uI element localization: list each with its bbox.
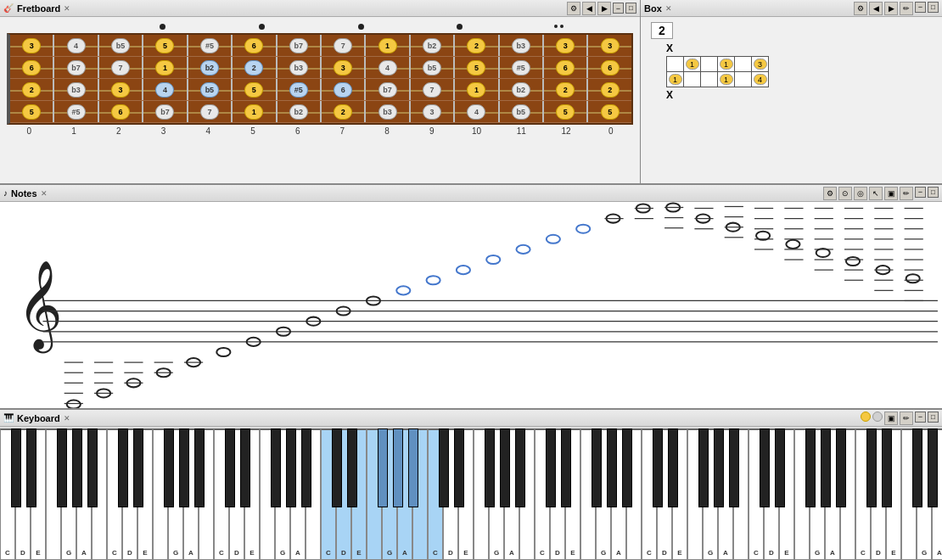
black-key-G#9[interactable] — [928, 428, 938, 507]
black-key-D#6[interactable] — [561, 428, 571, 507]
note-badge: 4 — [67, 38, 86, 53]
notes-tb-lasso[interactable]: ⊙ — [838, 187, 852, 200]
octave: CDEGA — [535, 428, 642, 560]
black-key-C#2[interactable] — [118, 428, 128, 507]
staff-svg: 𝄞 — [0, 202, 942, 408]
tb-arrow-right-icon[interactable]: ▶ — [597, 2, 611, 15]
black-key-A#5[interactable] — [515, 428, 525, 507]
svg-point-35 — [486, 255, 500, 264]
black-key-D#9[interactable] — [882, 428, 892, 507]
tb-arrow-icon[interactable]: ◀ — [582, 2, 596, 15]
black-key-F#6[interactable] — [592, 428, 602, 507]
black-key-C#3[interactable] — [225, 428, 235, 507]
white-key-label: G — [387, 549, 392, 557]
black-key-F#3[interactable] — [271, 428, 281, 507]
black-key-C#5[interactable] — [439, 428, 449, 507]
black-key-F#1[interactable] — [57, 428, 67, 507]
black-key-G#5[interactable] — [500, 428, 510, 507]
note-badge: 7 — [111, 60, 130, 76]
notes-titlebar: ♪ Notes ✕ ⚙ ⊙ ◎ ↖ ▣ ✏ − □ — [0, 185, 942, 202]
note-badge: 1 — [378, 38, 397, 53]
black-key-C#7[interactable] — [653, 428, 663, 507]
note-badge: #5 — [289, 82, 308, 98]
black-key-C#6[interactable] — [546, 428, 556, 507]
kb-tb-min[interactable]: − — [915, 412, 926, 423]
tb-square-icon[interactable]: □ — [625, 3, 636, 14]
black-key-C#1[interactable] — [11, 428, 21, 507]
notes-tb-gear[interactable]: ⚙ — [823, 187, 837, 200]
fretboard-close-icon[interactable]: ✕ — [64, 4, 70, 13]
notes-tb-lasso2[interactable]: ◎ — [854, 187, 867, 200]
black-key-D#3[interactable] — [240, 428, 250, 507]
white-key-label: A — [188, 549, 193, 557]
black-key-G#1[interactable] — [72, 428, 82, 507]
black-key-F#7[interactable] — [698, 428, 709, 507]
black-key-D#2[interactable] — [133, 428, 143, 507]
kb-tb-yellow[interactable] — [861, 412, 871, 422]
black-key-A#7[interactable] — [729, 428, 739, 507]
keyboard-close-icon[interactable]: ✕ — [64, 414, 70, 423]
black-key-F#4[interactable] — [378, 428, 388, 507]
box-close-icon[interactable]: ✕ — [665, 4, 672, 13]
black-key-F#9[interactable] — [912, 428, 922, 507]
note-badge: b3 — [67, 82, 86, 98]
notes-content: 𝄞 — [0, 202, 942, 408]
box-tb-max[interactable]: □ — [928, 2, 939, 13]
black-key-F#2[interactable] — [164, 428, 174, 507]
black-key-G#4[interactable] — [393, 428, 403, 507]
black-key-C#8[interactable] — [760, 428, 770, 507]
notes-close-icon[interactable]: ✕ — [41, 189, 48, 198]
box-tb-arrow-l[interactable]: ◀ — [869, 2, 883, 15]
black-key-F#8[interactable] — [805, 428, 816, 507]
black-key-D#1[interactable] — [26, 428, 36, 507]
notes-tb-square[interactable]: ▣ — [884, 187, 898, 200]
box-tb-min[interactable]: − — [915, 2, 926, 13]
black-key-A#8[interactable] — [836, 428, 846, 507]
black-key-A#2[interactable] — [194, 428, 205, 507]
white-key-label: A — [723, 549, 728, 557]
white-key-label: G — [66, 549, 71, 557]
white-key-label: D — [876, 549, 881, 557]
black-key-G#3[interactable] — [286, 428, 296, 507]
svg-point-37 — [547, 235, 560, 244]
black-key-D#4[interactable] — [347, 428, 357, 507]
kb-tb-max[interactable]: □ — [928, 412, 939, 423]
black-key-G#2[interactable] — [179, 428, 189, 507]
black-key-G#7[interactable] — [714, 428, 724, 507]
kb-tb-gray[interactable] — [872, 412, 883, 422]
notes-tb-cursor[interactable]: ↖ — [869, 187, 883, 200]
note-badge: 1 — [155, 60, 174, 76]
black-key-A#1[interactable] — [87, 428, 98, 507]
black-key-C#4[interactable] — [332, 428, 342, 507]
svg-point-38 — [576, 225, 590, 233]
notes-tb-min[interactable]: − — [915, 187, 926, 198]
notes-tb-pen[interactable]: ✏ — [900, 187, 913, 200]
box-tb-pen[interactable]: ✏ — [900, 2, 913, 15]
black-key-G#6[interactable] — [607, 428, 617, 507]
black-key-A#4[interactable] — [408, 428, 418, 507]
box-tb-settings[interactable]: ⚙ — [854, 2, 867, 15]
kb-tb-square[interactable]: ▣ — [884, 412, 898, 425]
tb-settings-icon[interactable]: ⚙ — [567, 2, 580, 15]
black-key-D#7[interactable] — [668, 428, 678, 507]
fretboard-content: 34b55#56b771b22b3336b771b22b334b55#5662b… — [0, 17, 640, 183]
note-badge: b2 — [200, 60, 219, 76]
box-tb-arrow-r[interactable]: ▶ — [884, 2, 898, 15]
black-key-D#8[interactable] — [775, 428, 785, 507]
notes-tb-max[interactable]: □ — [928, 187, 939, 198]
black-key-G#8[interactable] — [821, 428, 831, 507]
white-key-label: C — [540, 549, 545, 557]
note-badge: 3 — [423, 104, 441, 120]
octave: CDEGA — [428, 428, 535, 560]
black-key-D#5[interactable] — [454, 428, 464, 507]
black-key-A#3[interactable] — [301, 428, 311, 507]
kb-tb-pen[interactable]: ✏ — [900, 412, 913, 425]
tb-minus-icon[interactable]: − — [613, 3, 624, 14]
note-badge: 6 — [334, 82, 352, 98]
black-key-C#9[interactable] — [866, 428, 877, 507]
note-badge: 2 — [601, 82, 620, 98]
fretboard-title: Fretboard — [17, 3, 60, 14]
black-key-A#6[interactable] — [622, 428, 632, 507]
black-key-F#5[interactable] — [485, 428, 495, 507]
string-row: 34b55#56b771b22b333 — [10, 35, 631, 57]
